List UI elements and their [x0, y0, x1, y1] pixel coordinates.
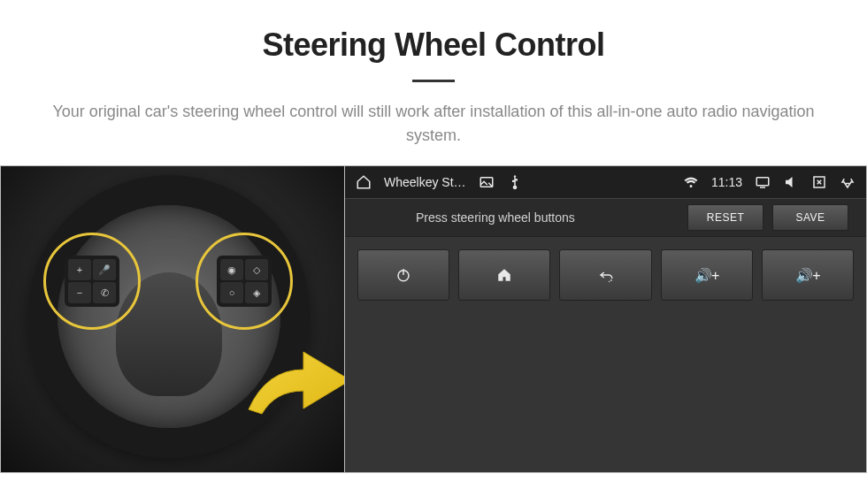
wheel-btn-r2: ◇	[245, 259, 268, 280]
wheel-btn-r3: ○	[220, 282, 243, 303]
save-button[interactable]: SAVE	[772, 204, 848, 231]
close-window-icon[interactable]	[811, 174, 827, 190]
instruction-bar: Press steering wheel buttons RESET SAVE	[345, 198, 866, 237]
key-vol-up-2[interactable]: 🔊+	[762, 249, 854, 301]
wheel-btn-r4: ◈	[245, 282, 268, 303]
home-icon[interactable]	[356, 174, 372, 190]
home-fill-icon	[496, 267, 512, 283]
back-icon	[598, 267, 614, 283]
cast-icon[interactable]	[755, 174, 771, 190]
mute-icon[interactable]	[783, 174, 799, 190]
key-power[interactable]	[357, 249, 449, 301]
key-vol-up-1[interactable]: 🔊+	[661, 249, 753, 301]
vol-up-icon: 🔊+	[795, 267, 819, 284]
wheel-btn-plus: +	[68, 259, 91, 280]
app-title: Wheelkey St…	[384, 175, 466, 189]
wheel-btn-phone: ✆	[93, 282, 116, 303]
status-time: 11:13	[711, 175, 742, 189]
page-title: Steering Wheel Control	[35, 27, 832, 64]
wheel-control-highlight-right: ◉ ◇ ○ ◈	[196, 233, 293, 330]
key-back[interactable]	[559, 249, 651, 301]
recycle-icon[interactable]	[840, 174, 855, 190]
headunit-screen: Wheelkey St… 11:13	[345, 165, 867, 473]
steering-wheel-image: + 🎤 − ✆ ◉ ◇ ○ ◈	[0, 165, 345, 473]
power-icon	[395, 267, 411, 283]
reset-button[interactable]: RESET	[687, 204, 763, 231]
key-home[interactable]	[458, 249, 550, 301]
wheel-btn-r1: ◉	[220, 259, 243, 280]
wheel-control-highlight-left: + 🎤 − ✆	[43, 233, 141, 330]
page-subtitle: Your original car's steering wheel contr…	[35, 100, 832, 148]
image-icon	[479, 174, 495, 190]
title-divider	[412, 80, 455, 82]
wheel-btn-voice: 🎤	[93, 259, 116, 280]
wheel-btn-minus: −	[68, 282, 91, 303]
usb-icon	[507, 174, 523, 190]
instruction-text: Press steering wheel buttons	[363, 210, 679, 225]
arrow-icon	[240, 343, 345, 431]
key-row: 🔊+ 🔊+	[345, 237, 866, 313]
svg-rect-1	[756, 178, 769, 186]
vol-up-icon: 🔊+	[694, 267, 718, 284]
wifi-icon	[683, 174, 699, 190]
status-bar: Wheelkey St… 11:13	[345, 166, 866, 198]
